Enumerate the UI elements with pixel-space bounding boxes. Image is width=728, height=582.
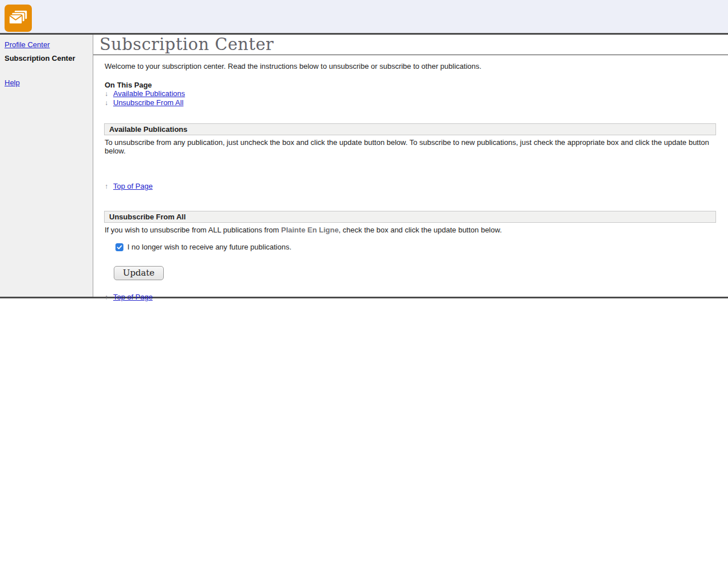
unsubscribe-checkbox-row: I no longer wish to receive any future p… [105,243,716,251]
main-body: Welcome to your subscription center. Rea… [93,62,728,302]
sidebar-item-subscription-center: Subscription Center [5,54,88,63]
unsubscribe-from-all-section-header: Unsubscribe From All [104,211,716,223]
mail-stack-icon [5,5,32,32]
sidebar: Profile Center Subscription Center Help [0,35,93,297]
top-of-page-link[interactable]: Top of Page [113,293,152,302]
up-arrow-icon: ↑ [105,182,113,191]
unsubscribe-checkbox-label: I no longer wish to receive any future p… [127,243,291,251]
unsubscribe-from-all-anchor-link[interactable]: Unsubscribe From All [113,98,184,107]
down-arrow-icon: ↓ [105,89,113,98]
top-of-page-link[interactable]: Top of Page [113,182,152,191]
available-publications-anchor-link[interactable]: Available Publications [113,89,185,98]
available-publications-instructions: To unsubscribe from any publication, jus… [105,138,716,155]
top-header-bar [0,0,728,35]
unsubscribe-instructions-suffix: , check the box and click the update but… [338,226,502,234]
title-block: Subscription Center [93,35,728,55]
content-area: Profile Center Subscription Center Help … [0,35,728,298]
up-arrow-icon: ↑ [105,293,113,302]
empty-page-background [0,298,728,579]
down-arrow-icon: ↓ [105,98,113,107]
check-icon [117,244,122,250]
sidebar-item-help[interactable]: Help [5,78,20,87]
unsubscribe-instructions-prefix: If you wish to unsubscribe from ALL publ… [105,226,281,234]
unsubscribe-checkbox[interactable] [115,243,123,251]
available-publications-section-header: Available Publications [104,123,716,135]
page-title: Subscription Center [100,36,728,53]
on-this-page-heading: On This Page [105,81,716,89]
update-button[interactable]: Update [114,266,164,280]
sidebar-item-profile-center[interactable]: Profile Center [5,40,49,49]
brand-name: Plainte En Ligne [281,226,338,234]
intro-text: Welcome to your subscription center. Rea… [105,62,716,70]
unsubscribe-instructions: If you wish to unsubscribe from ALL publ… [105,226,716,234]
main-panel: Subscription Center Welcome to your subs… [93,35,728,297]
